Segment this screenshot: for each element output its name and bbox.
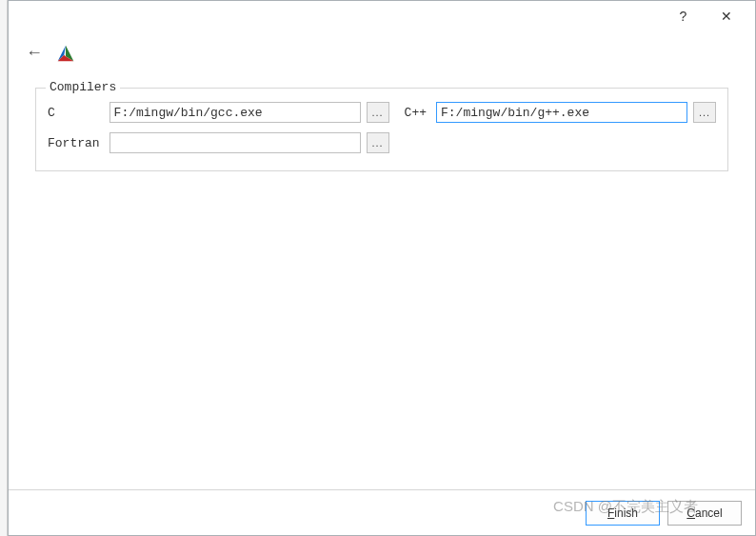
back-arrow-icon[interactable]: ←	[26, 43, 43, 63]
dialog-button-bar: Finish Cancel	[9, 489, 755, 535]
background-edge	[0, 0, 8, 536]
c-compiler-input[interactable]	[109, 102, 361, 123]
cancel-button[interactable]: Cancel	[667, 501, 742, 526]
fortran-compiler-browse-button[interactable]: ...	[367, 132, 389, 153]
header-row: ←	[9, 31, 755, 70]
cancel-mnemonic: C	[686, 506, 695, 520]
content-area: Compilers C ... C++ ... Fortran ...	[9, 70, 755, 189]
titlebar: ? ✕	[9, 1, 755, 31]
close-button[interactable]: ✕	[705, 2, 747, 30]
cpp-compiler-browse-button[interactable]: ...	[693, 102, 716, 123]
finish-button[interactable]: Finish	[586, 501, 660, 526]
c-compiler-browse-button[interactable]: ...	[367, 102, 389, 123]
fortran-compiler-input[interactable]	[109, 132, 361, 153]
c-compiler-label: C	[48, 106, 104, 120]
cancel-label-rest: ancel	[695, 506, 723, 520]
compilers-fieldset: Compilers C ... C++ ... Fortran ...	[35, 88, 728, 171]
cpp-compiler-label: C++	[395, 106, 430, 120]
cmake-logo-icon	[56, 44, 75, 63]
cpp-compiler-input[interactable]	[436, 102, 687, 123]
compilers-legend: Compilers	[46, 80, 120, 94]
compiler-settings-dialog: ? ✕ ← Compilers C ... C++ ... Fortran	[8, 0, 756, 536]
fortran-compiler-label: Fortran	[48, 136, 104, 150]
help-button[interactable]: ?	[662, 2, 705, 30]
compilers-grid: C ... C++ ... Fortran ...	[48, 102, 716, 153]
finish-label-rest: inish	[614, 506, 638, 520]
